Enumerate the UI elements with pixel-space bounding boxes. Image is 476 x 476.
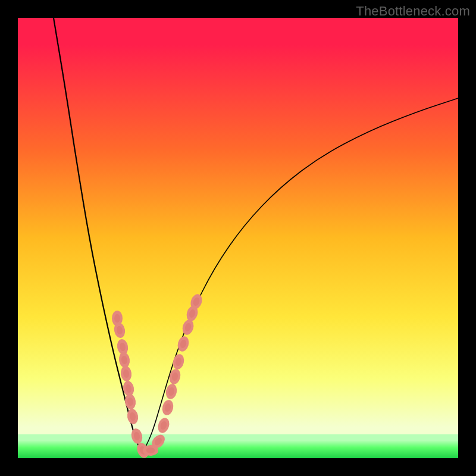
bottleneck-curve-layer [18, 18, 458, 458]
marker-cluster [112, 293, 204, 458]
curve-right-branch [143, 98, 458, 452]
plot-area [18, 18, 458, 458]
data-marker-core [146, 447, 155, 453]
data-marker-core [114, 314, 120, 322]
watermark-text: TheBottleneck.com [356, 4, 470, 19]
chart-frame: TheBottleneck.com [0, 0, 476, 476]
